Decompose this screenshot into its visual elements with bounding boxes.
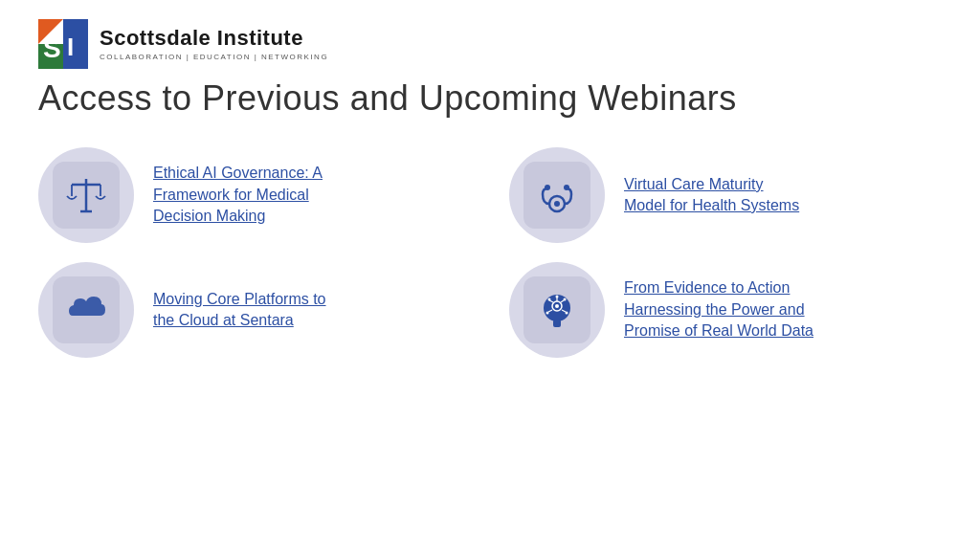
icon-circle-scales [38,147,134,243]
svg-point-22 [555,304,559,308]
webinar-vc-line2: Model for Health Systems [624,197,799,213]
brain-head-icon [532,285,582,335]
svg-point-11 [554,201,560,207]
webinar-item-ai-governance: Ethical AI Governance: A Framework for M… [38,147,471,243]
header: S I Scottsdale Institute COLLABORATION |… [38,19,942,69]
icon-inner-brain [523,276,590,343]
svg-point-13 [564,185,569,190]
cloud-icon [61,285,111,335]
webinar-rwd-line3: Promise of Real World Data [624,322,813,339]
webinar-cloud-line1: Moving Core Platforms to [153,291,326,307]
webinar-ai-line2: Framework for Medical [153,187,309,203]
svg-text:I: I [67,33,74,61]
logo-box: S I [38,19,88,69]
icon-inner-cloud [53,276,120,343]
svg-text:S: S [43,33,61,63]
webinar-link-rwd[interactable]: From Evidence to Action Harnessing the P… [624,277,813,342]
stethoscope-icon [533,171,581,219]
webinar-vc-line1: Virtual Care Maturity [624,176,764,192]
webinar-item-cloud: Moving Core Platforms to the Cloud at Se… [38,262,471,358]
institute-tagline: COLLABORATION | EDUCATION | NETWORKING [100,53,328,61]
webinar-rwd-line2: Harnessing the Power and [624,301,805,318]
svg-point-12 [545,185,550,190]
icon-circle-cloud [38,262,134,358]
webinar-ai-line1: Ethical AI Governance: A [153,165,323,181]
webinar-item-rwd: From Evidence to Action Harnessing the P… [509,262,942,358]
icon-circle-stethoscope [509,147,605,243]
institute-name: Scottsdale Institute [100,27,328,50]
scales-icon [62,171,110,219]
webinar-item-virtual-care: Virtual Care Maturity Model for Health S… [509,147,942,243]
icon-circle-brain [509,262,605,358]
svg-point-26 [566,312,568,315]
webinar-grid: Ethical AI Governance: A Framework for M… [38,147,942,358]
svg-point-23 [548,298,551,301]
page-title: Access to Previous and Upcoming Webinars [38,78,942,119]
svg-point-24 [564,298,567,301]
icon-inner-stethoscope [523,162,590,229]
logo-icon: S I [38,19,88,69]
page-container: S I Scottsdale Institute COLLABORATION |… [0,0,980,551]
icon-inner-scales [53,162,120,229]
svg-point-25 [546,312,549,315]
webinar-link-virtual-care[interactable]: Virtual Care Maturity Model for Health S… [624,174,799,217]
webinar-link-ai-governance[interactable]: Ethical AI Governance: A Framework for M… [153,163,323,227]
svg-point-27 [556,296,559,298]
webinar-link-cloud[interactable]: Moving Core Platforms to the Cloud at Se… [153,289,326,332]
logo-text-group: Scottsdale Institute COLLABORATION | EDU… [100,27,328,60]
webinar-ai-line3: Decision Making [153,208,265,224]
svg-rect-15 [553,320,561,327]
webinar-rwd-line1: From Evidence to Action [624,279,790,296]
webinar-cloud-line2: the Cloud at Sentara [153,312,294,328]
